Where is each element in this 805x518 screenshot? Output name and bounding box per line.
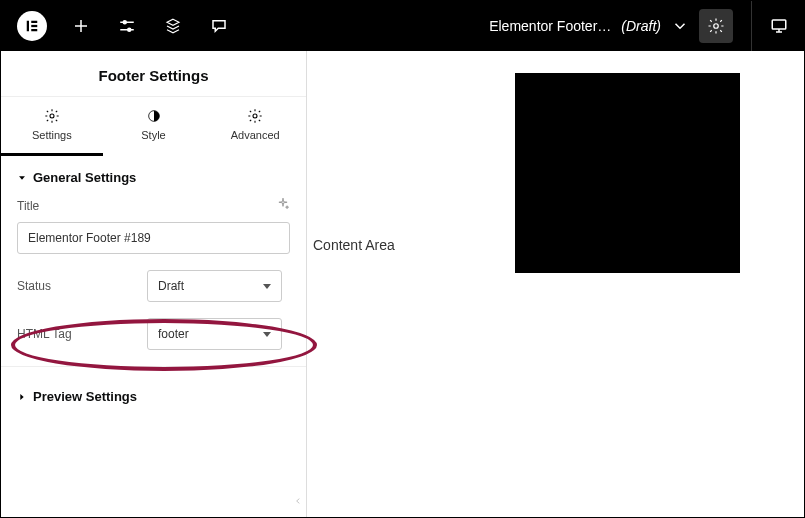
preview-settings-section[interactable]: Preview Settings [1, 367, 306, 418]
svg-point-7 [123, 21, 126, 24]
tab-style[interactable]: Style [103, 97, 205, 156]
title-field-label: Title [17, 199, 39, 213]
half-circle-icon [146, 108, 162, 124]
settings-tabs: Settings Style Advanced [1, 96, 306, 156]
chevron-down-icon[interactable] [671, 17, 689, 35]
svg-rect-3 [31, 29, 37, 31]
content-area-label: Content Area [313, 237, 395, 253]
canvas-area[interactable]: Content Area [307, 51, 804, 517]
tab-advanced[interactable]: Advanced [204, 97, 306, 156]
elementor-logo-icon[interactable] [17, 11, 47, 41]
htmltag-field-label: HTML Tag [17, 327, 72, 341]
page-settings-button[interactable] [699, 9, 733, 43]
top-toolbar: Elementor Footer… (Draft) [1, 1, 804, 51]
gear-icon [247, 108, 263, 124]
tab-label: Advanced [204, 129, 306, 141]
caret-right-icon [17, 392, 27, 402]
title-input[interactable] [17, 222, 290, 254]
svg-point-14 [50, 114, 54, 118]
section-title: General Settings [33, 170, 136, 185]
collapse-sidebar-button[interactable] [294, 493, 306, 511]
gear-icon [44, 108, 60, 124]
ai-sparkle-icon[interactable] [276, 197, 290, 214]
htmltag-select[interactable]: footer [147, 318, 282, 350]
chevron-down-icon [263, 332, 271, 337]
svg-rect-1 [31, 21, 37, 23]
panel-title: Footer Settings [1, 51, 306, 96]
document-status-text: (Draft) [621, 18, 661, 34]
general-settings-section[interactable]: General Settings [1, 156, 306, 197]
comments-icon[interactable] [207, 14, 231, 38]
svg-point-10 [714, 24, 719, 29]
section-title: Preview Settings [33, 389, 137, 404]
svg-rect-2 [31, 25, 37, 27]
htmltag-select-value: footer [158, 327, 189, 341]
svg-rect-11 [772, 20, 786, 29]
tab-label: Style [103, 129, 205, 141]
settings-sliders-icon[interactable] [115, 14, 139, 38]
chevron-down-icon [263, 284, 271, 289]
tab-settings[interactable]: Settings [1, 97, 103, 156]
responsive-preview-button[interactable] [770, 17, 788, 35]
status-select-value: Draft [158, 279, 184, 293]
status-field-label: Status [17, 279, 51, 293]
settings-sidebar: Footer Settings Settings Style Advanced … [1, 51, 307, 517]
status-select[interactable]: Draft [147, 270, 282, 302]
document-title[interactable]: Elementor Footer… (Draft) [489, 17, 689, 35]
svg-rect-0 [27, 21, 29, 32]
tab-label: Settings [1, 129, 103, 141]
content-wrap: Footer Settings Settings Style Advanced … [1, 51, 804, 517]
svg-point-16 [253, 114, 257, 118]
structure-icon[interactable] [161, 14, 185, 38]
document-title-text: Elementor Footer… [489, 18, 611, 34]
caret-down-icon [17, 173, 27, 183]
svg-point-9 [128, 28, 131, 31]
footer-widget-placeholder[interactable] [515, 73, 740, 273]
add-element-icon[interactable] [69, 14, 93, 38]
